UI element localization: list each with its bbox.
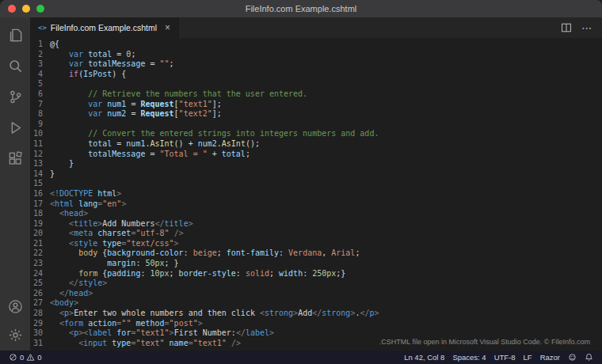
line-number: 22 (30, 248, 43, 259)
code-line: 14} (30, 169, 602, 180)
line-number: 29 (30, 319, 43, 329)
more-actions-icon[interactable]: ⋯ (581, 22, 592, 34)
line-number: 3 (30, 59, 43, 70)
code-line-text: total = num1.AsInt() + num2.AsInt(); (43, 139, 260, 150)
code-line-text: <input type="text" name="text1" /> (43, 339, 241, 349)
code-line: 26 </head> (30, 289, 602, 299)
tab-fileinfo-example[interactable]: <> FileInfo.com Example.cshtml × (30, 17, 179, 38)
cursor-position[interactable]: Ln 42, Col 8 (400, 351, 448, 364)
title-bar: FileInfo.com Example.cshtml (0, 0, 602, 17)
main-area: <> FileInfo.com Example.cshtml × ⋯ 1@{2 … (0, 17, 602, 351)
line-number: 27 (30, 298, 43, 309)
code-line-text: margin: 50px; } (43, 259, 179, 269)
code-line: 19 <title>Add Numbers</title> (30, 219, 602, 229)
account-icon[interactable] (6, 297, 25, 316)
code-line: 6 // Retrieve the numbers that the user … (30, 89, 602, 100)
problems-indicator[interactable]: 0 0 (5, 351, 46, 364)
split-editor-icon[interactable] (561, 22, 572, 33)
code-line-text: <form action="" method="post"> (43, 319, 203, 329)
line-number: 9 (30, 119, 43, 130)
tab-bar: <> FileInfo.com Example.cshtml × ⋯ (30, 17, 602, 38)
code-line-text: <!DOCTYPE html> (43, 189, 121, 199)
code-line: 1@{ (30, 40, 602, 50)
source-control-icon[interactable] (6, 87, 25, 106)
line-number: 12 (30, 150, 43, 160)
line-number: 6 (30, 89, 43, 100)
code-line-text (43, 179, 50, 189)
line-number: 28 (30, 309, 43, 319)
extensions-icon[interactable] (6, 149, 25, 168)
code-line: 17<html lang="en"> (30, 199, 602, 210)
code-line: 5 (30, 79, 602, 89)
bell-icon[interactable] (581, 351, 597, 364)
line-number: 2 (30, 50, 43, 60)
code-line-text: @{ (43, 40, 59, 50)
code-line-text: // Convert the entered strings into inte… (43, 129, 379, 139)
eol-setting[interactable]: LF (520, 351, 536, 364)
code-line-text: } (43, 169, 55, 180)
activity-bar (0, 17, 30, 351)
line-number: 26 (30, 289, 43, 299)
close-tab-icon[interactable]: × (165, 23, 170, 32)
code-line: 13 } (30, 159, 602, 169)
language-mode[interactable]: Razor (536, 351, 564, 364)
settings-gear-icon[interactable] (6, 325, 25, 344)
code-line-text: var num1 = Request["text1"]; (43, 100, 222, 110)
code-line: 3 var totalMessage = ""; (30, 59, 602, 70)
line-number: 13 (30, 159, 43, 169)
code-line-text: form {padding: 10px; border-style: solid… (43, 269, 345, 279)
line-number: 5 (30, 79, 43, 89)
explorer-icon[interactable] (6, 25, 25, 44)
code-line: 21 <style type="text/css"> (30, 239, 602, 249)
editor-column: <> FileInfo.com Example.cshtml × ⋯ 1@{2 … (30, 17, 602, 351)
zoom-window-button[interactable] (36, 5, 44, 13)
line-number: 20 (30, 229, 43, 239)
tab-label: FileInfo.com Example.cshtml (51, 23, 157, 32)
code-line: 7 var num1 = Request["text1"]; (30, 100, 602, 110)
run-debug-icon[interactable] (6, 118, 25, 137)
line-number: 31 (30, 339, 43, 349)
warning-icon (26, 353, 35, 362)
code-line-text: totalMessage = "Total = " + total; (43, 150, 250, 160)
razor-file-icon: <> (38, 24, 47, 32)
code-line: 10 // Convert the entered strings into i… (30, 129, 602, 139)
code-line-text: <style type="text/css"> (43, 239, 179, 249)
line-number: 25 (30, 279, 43, 289)
code-line-text: body {background-color: beige; font-fami… (43, 248, 360, 259)
code-line: 18 <head> (30, 209, 602, 219)
line-number: 10 (30, 129, 43, 139)
close-window-button[interactable] (8, 5, 16, 13)
search-icon[interactable] (6, 56, 25, 75)
code-line-text: <p><label for="text1">First Number:</lab… (43, 328, 274, 339)
code-line: 23 margin: 50px; } (30, 259, 602, 269)
code-line: 15 (30, 179, 602, 189)
code-line: 25 </style> (30, 279, 602, 289)
line-number: 14 (30, 169, 43, 180)
feedback-smiley-icon[interactable] (564, 351, 581, 364)
code-line-text (43, 119, 50, 130)
code-line: 30 <p><label for="text1">First Number:</… (30, 328, 602, 339)
code-line: 8 var num2 = Request["text2"]; (30, 109, 602, 119)
code-line: 28 <p>Enter two whole numbers and then c… (30, 309, 602, 319)
line-number: 8 (30, 109, 43, 119)
code-line: 16<!DOCTYPE html> (30, 189, 602, 199)
line-number: 7 (30, 100, 43, 110)
line-number: 21 (30, 239, 43, 249)
code-line-text: <p>Enter two whole numbers and then clic… (43, 309, 379, 319)
code-line-text (43, 79, 50, 89)
code-line-text: if(IsPost) { (43, 70, 126, 80)
code-editor[interactable]: 1@{2 var total = 0;3 var totalMessage = … (30, 38, 602, 351)
minimize-window-button[interactable] (22, 5, 30, 13)
code-lines: 1@{2 var total = 0;3 var totalMessage = … (30, 40, 602, 348)
code-line: 24 form {padding: 10px; border-style: so… (30, 269, 602, 279)
encoding-setting[interactable]: UTF-8 (490, 351, 520, 364)
line-number: 4 (30, 70, 43, 80)
code-line: 2 var total = 0; (30, 50, 602, 60)
code-line-text: <html lang="en"> (43, 199, 126, 210)
activity-bar-bottom (6, 297, 25, 344)
indentation-setting[interactable]: Spaces: 4 (448, 351, 490, 364)
code-line: 27<body> (30, 298, 602, 309)
vscode-window: FileInfo.com Example.cshtml (0, 0, 602, 364)
code-line: 29 <form action="" method="post"> (30, 319, 602, 329)
code-line-text: var totalMessage = ""; (43, 59, 174, 70)
